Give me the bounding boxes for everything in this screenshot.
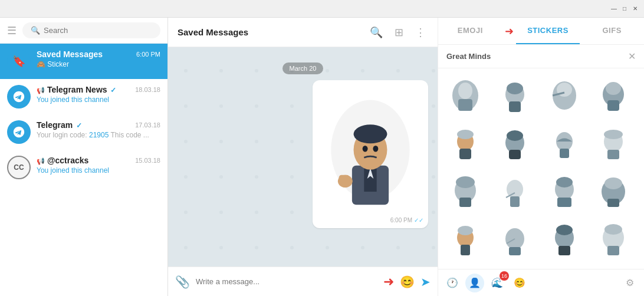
- svg-rect-44: [607, 199, 619, 207]
- svg-point-23: [457, 130, 474, 139]
- svg-rect-12: [458, 99, 472, 111]
- sticker-tabs: EMOJI ➜ STICKERS GIFS: [438, 18, 644, 45]
- sticker-cell-5[interactable]: [443, 121, 488, 166]
- sticker-cell-1[interactable]: [443, 73, 488, 118]
- megaphone-icon-cctracks: 📢: [37, 157, 45, 165]
- tab-stickers[interactable]: STICKERS: [516, 18, 580, 44]
- message-bubble-sticker: 6:00 PM ✓✓: [313, 80, 428, 228]
- hamburger-icon[interactable]: ☰: [7, 24, 17, 37]
- chat-item-cctracks[interactable]: CC 📢 @cctracks 15.03.18 You joined this …: [0, 150, 167, 185]
- sticker-cell-8[interactable]: [591, 121, 636, 166]
- svg-point-40: [556, 177, 573, 188]
- arrow-icon: ➜: [383, 274, 394, 290]
- settings-icon[interactable]: ⚙: [620, 274, 639, 292]
- sticker-panel-header: Great Minds ✕: [438, 45, 644, 68]
- avatar-telegram-news: [7, 85, 31, 108]
- sticker-image: [317, 85, 423, 215]
- close-sticker-panel-button[interactable]: ✕: [628, 51, 636, 62]
- svg-rect-27: [509, 150, 521, 159]
- svg-rect-35: [459, 198, 471, 207]
- svg-point-46: [458, 226, 473, 235]
- chat-time-telegram: 17.03.18: [135, 121, 160, 129]
- chat-name-saved: Saved Messages: [37, 50, 103, 59]
- send-icon[interactable]: ➤: [420, 275, 431, 289]
- chat-preview-telegram-news: You joined this channel: [37, 96, 160, 104]
- heart-sticker-icon[interactable]: 16 🌊: [488, 274, 507, 292]
- sticker-footer: 🕐 👤 16 🌊 😊 ⚙: [438, 269, 644, 296]
- search-box[interactable]: 🔍: [22, 22, 160, 38]
- chat-area: Saved Messages 🔍 ⊞ ⋮ March 20: [168, 18, 438, 296]
- svg-rect-29: [560, 149, 569, 158]
- maximize-button[interactable]: □: [620, 5, 629, 13]
- chat-item-telegram[interactable]: Telegram ✓ 17.03.18 Your login code: 219…: [0, 114, 167, 150]
- message-time: 6:00 PM ✓✓: [317, 217, 423, 223]
- message-input[interactable]: [196, 277, 377, 286]
- svg-rect-41: [557, 198, 571, 207]
- sticker-cell-14[interactable]: [492, 218, 537, 262]
- sticker-cell-2[interactable]: [492, 73, 537, 118]
- svg-rect-9: [339, 175, 350, 182]
- search-topbar-icon[interactable]: 🔍: [367, 24, 385, 41]
- svg-rect-32: [607, 150, 619, 159]
- svg-rect-56: [607, 246, 619, 255]
- avatar-telegram: [7, 120, 31, 144]
- sticker-cell-7[interactable]: [542, 121, 587, 166]
- chat-title: Saved Messages: [178, 27, 360, 37]
- search-icon: 🔍: [31, 26, 40, 35]
- svg-point-7: [373, 146, 378, 152]
- chat-preview-telegram: Your login code: 21905 This code ...: [37, 131, 160, 139]
- sticker-cell-6[interactable]: [492, 121, 537, 166]
- svg-point-14: [507, 83, 523, 94]
- svg-point-20: [606, 82, 621, 95]
- more-topbar-icon[interactable]: ⋮: [413, 24, 428, 41]
- sticker-cell-13[interactable]: [443, 218, 488, 262]
- chat-item-telegram-news[interactable]: 📢 Telegram News ✓ 18.03.18 You joined th…: [0, 79, 167, 114]
- sticker-cell-16[interactable]: [591, 218, 636, 262]
- minimize-button[interactable]: —: [610, 5, 618, 13]
- chat-header-telegram: Telegram ✓ 17.03.18: [37, 120, 160, 130]
- svg-rect-15: [509, 101, 521, 112]
- chat-header-telegram-news: 📢 Telegram News ✓ 18.03.18: [37, 85, 160, 94]
- chat-preview-saved: 🙈 Sticker: [37, 60, 160, 68]
- search-input[interactable]: [44, 26, 152, 35]
- chat-item-saved[interactable]: 🔖 Saved Messages 6:00 PM 🙈 Sticker: [0, 44, 167, 79]
- chat-content-cctracks: 📢 @cctracks 15.03.18 You joined this cha…: [37, 156, 160, 175]
- tab-emoji[interactable]: EMOJI: [438, 18, 502, 44]
- sticker-cell-12[interactable]: [591, 169, 636, 214]
- layout-topbar-icon[interactable]: ⊞: [392, 24, 406, 41]
- chat-header-cctracks: 📢 @cctracks 15.03.18: [37, 156, 160, 165]
- sticker-cell-11[interactable]: [542, 169, 587, 214]
- sticker-cell-3[interactable]: [542, 73, 587, 118]
- sticker-cell-10[interactable]: [492, 169, 537, 214]
- svg-point-55: [604, 224, 622, 235]
- chat-preview-cctracks: You joined this channel: [37, 166, 160, 175]
- sticker-pack-title: Great Minds: [446, 52, 491, 61]
- close-button[interactable]: ✕: [631, 5, 639, 13]
- chat-input-area: 📎 ➜ 😊 ➤: [168, 267, 438, 296]
- avatar-cctracks: CC: [7, 156, 31, 179]
- svg-rect-24: [459, 149, 471, 159]
- sticker-cell-9[interactable]: [443, 169, 488, 214]
- emoji-icon[interactable]: 😊: [400, 275, 415, 289]
- recent-stickers-icon[interactable]: 🕐: [443, 274, 462, 292]
- person-sticker-icon[interactable]: 👤: [465, 274, 484, 292]
- svg-rect-37: [510, 196, 520, 207]
- sticker-grid: [438, 68, 644, 269]
- verified-badge-telegram-news: ✓: [110, 86, 116, 94]
- sticker-cell-4[interactable]: [591, 73, 636, 118]
- titlebar: — □ ✕: [0, 0, 644, 18]
- attach-icon[interactable]: 📎: [175, 275, 190, 289]
- sticker-cell-15[interactable]: [542, 218, 587, 262]
- svg-point-43: [604, 177, 622, 189]
- svg-point-26: [507, 130, 523, 141]
- svg-rect-49: [509, 247, 521, 255]
- tab-gifs[interactable]: GIFS: [580, 18, 644, 44]
- chat-name-cctracks: 📢 @cctracks: [37, 156, 88, 165]
- chat-name-telegram-news: 📢 Telegram News ✓: [37, 85, 116, 94]
- svg-rect-21: [607, 100, 619, 111]
- chat-content-saved: Saved Messages 6:00 PM 🙈 Sticker: [37, 50, 160, 68]
- svg-point-5: [354, 124, 387, 143]
- clock-sticker-icon[interactable]: 😊: [510, 274, 529, 292]
- app-container: ☰ 🔍 🔖 Saved Messages 6:00 PM 🙈 Sticker: [0, 18, 644, 296]
- chat-name-telegram: Telegram ✓: [37, 120, 82, 130]
